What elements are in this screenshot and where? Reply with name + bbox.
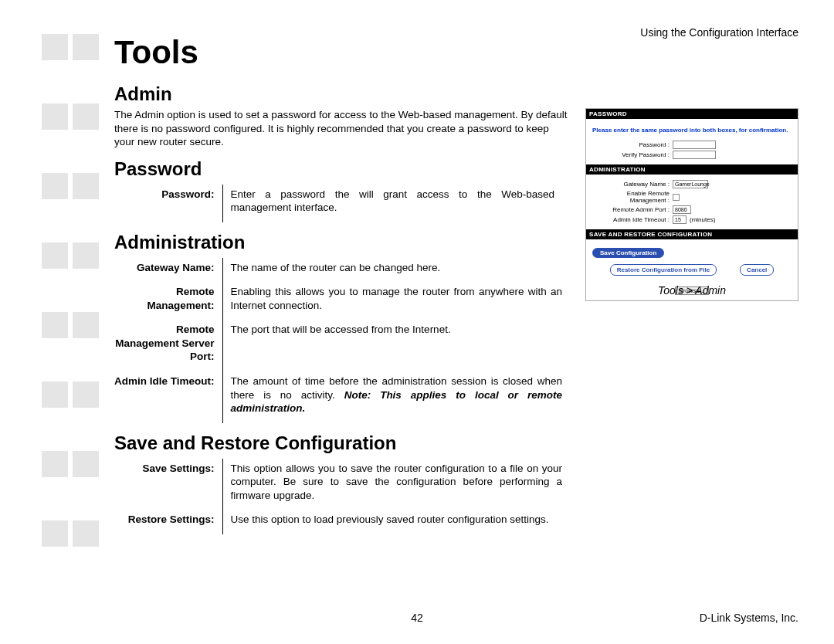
administration-table: Gateway Name: The name of the router can…	[114, 258, 570, 423]
password-row-value: Enter a password the will grant access t…	[222, 185, 562, 222]
router-admin-screenshot: PASSWORD Please enter the same password …	[585, 108, 798, 301]
save-restore-table: Save Settings: This option allows you to…	[114, 459, 570, 534]
shot-label-verify-password: Verify Password :	[592, 151, 673, 158]
shot-label-minutes: (minutes)	[687, 216, 715, 223]
restore-row-label: Restore Settings:	[114, 510, 222, 534]
shot-input-gateway-name[interactable]: GamerLounge	[673, 180, 708, 188]
shot-bar-administration: ADMINISTRATION	[586, 164, 798, 175]
decorative-squares	[42, 34, 103, 590]
shot-label-password: Password :	[592, 141, 673, 148]
shot-label-remote-port: Remote Admin Port :	[592, 206, 673, 213]
section-admin-heading: Admin	[114, 83, 570, 105]
section-save-restore-heading: Save and Restore Configuration	[114, 432, 570, 454]
save-row-value: This option allows you to save the route…	[222, 459, 570, 510]
admin-row-value: The amount of time before the administra…	[222, 371, 570, 423]
admin-row-value: The port that will be accessed from the …	[222, 320, 570, 371]
content-column: Admin The Admin option is used to set a …	[114, 74, 570, 534]
section-admin-intro: The Admin option is used to set a passwo…	[114, 108, 570, 149]
shot-label-gateway-name: Gateway Name :	[592, 181, 673, 188]
restore-row-value: Use this option to load previously saved…	[222, 510, 570, 534]
shot-button-cancel[interactable]: Cancel	[740, 264, 774, 276]
shot-button-save-config[interactable]: Save Configuration	[592, 248, 664, 258]
section-administration-heading: Administration	[114, 232, 570, 253]
shot-checkbox-enable-remote[interactable]	[673, 194, 680, 201]
admin-row-value: The name of the router can be changed he…	[222, 258, 570, 283]
section-password-heading: Password	[114, 158, 570, 180]
save-row-label: Save Settings:	[114, 459, 222, 510]
shot-button-restore-config[interactable]: Restore Configuration from File	[610, 264, 717, 276]
footer-company: D-Link Systems, Inc.	[700, 612, 798, 624]
shot-label-enable-remote: Enable Remote Management :	[592, 190, 673, 204]
screenshot-caption: Tools > Admin	[585, 284, 798, 297]
page-title: Tools	[114, 34, 198, 71]
admin-row-label: Admin Idle Timeout:	[114, 371, 222, 423]
shot-input-password[interactable]	[673, 141, 716, 149]
shot-note: Please enter the same password into both…	[586, 119, 798, 140]
shot-input-verify-password[interactable]	[673, 151, 716, 159]
password-table: Password: Enter a password the will gran…	[114, 185, 562, 222]
shot-bar-password: PASSWORD	[586, 109, 798, 119]
password-row-label: Password:	[114, 185, 222, 222]
shot-bar-save-restore: SAVE AND RESTORE CONFIGURATION	[586, 229, 798, 239]
admin-row-label: Remote Management Server Port:	[114, 320, 222, 371]
shot-input-idle-timeout[interactable]: 15	[673, 215, 687, 224]
shot-input-remote-port[interactable]: 8080	[673, 205, 691, 214]
admin-row-value: Enabling this allows you to manage the r…	[222, 282, 570, 320]
shot-label-idle-timeout: Admin Idle Timeout :	[592, 216, 673, 223]
admin-row-label: Remote Management:	[114, 282, 222, 320]
header-right-text: Using the Configuration Interface	[640, 26, 798, 39]
admin-row-label: Gateway Name:	[114, 258, 222, 283]
